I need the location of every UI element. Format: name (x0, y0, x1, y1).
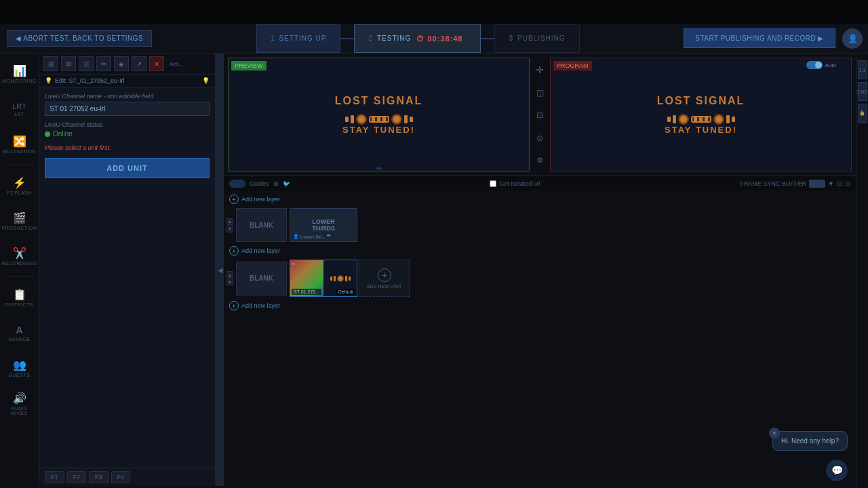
sidebar-item-audio-mixes[interactable]: 🔊 AUDIO MIXES (3, 386, 37, 420)
preview-signal-graphic (345, 114, 413, 125)
right-btn-3[interactable]: 🔒 (858, 104, 867, 123)
layer-1-arrow-up[interactable]: ▲ (226, 218, 233, 225)
thumbnail-default: Default (336, 289, 355, 295)
right-btn-2[interactable]: 2:ND (858, 82, 867, 101)
program-label: PROGRAM (553, 61, 592, 70)
add-layer-3-row: + Add new layer (226, 300, 853, 312)
bottom-monitors-bar: Guides ⊞ 🐦 Get isolated url FRAME SYNC B… (224, 176, 856, 190)
th-bar-1 (330, 277, 332, 281)
expand-icon[interactable]: ✛ (536, 64, 544, 75)
panel-tool-list[interactable]: ☰ (79, 56, 94, 71)
panel-tool-grid[interactable]: ⊞ (43, 56, 58, 71)
panel-tool-label: Acti... (170, 61, 183, 67)
sidebar-item-production[interactable]: 🎬 PRODUCTION (3, 204, 37, 238)
panel-collapse-button[interactable]: ◀ (216, 54, 224, 486)
signal-circle-1 (356, 114, 367, 125)
layer-1-lower-thirds-clip[interactable]: LOWER THIRDS 👤 Lower thi... ✏ (290, 208, 357, 242)
mask-icon[interactable]: ◫ (536, 88, 544, 98)
p-signal-circle-1 (678, 114, 689, 125)
frame-sync-icon-1: ⊟ (837, 180, 842, 187)
sidebar-item-mutation[interactable]: 🔀 MULTIIATION (3, 127, 37, 161)
panel-tool-filter[interactable]: ◈ (114, 56, 129, 71)
sidebar-item-districts[interactable]: 📋 DISTRICTS (3, 281, 37, 314)
panel-tool-pen[interactable]: ✏ (96, 56, 111, 71)
districts-label: DISTRICTS (5, 302, 33, 307)
slot-3 (382, 117, 386, 121)
isolated-url-label: Get isolated url (499, 180, 540, 187)
panel-tool-share[interactable]: ↗ (132, 56, 146, 71)
add-layer-2-button[interactable]: + Add new layer (226, 245, 283, 257)
isolated-url-checkbox[interactable] (490, 180, 496, 187)
add-layer-top-button[interactable]: + Add new layer (226, 193, 283, 205)
tab-f3[interactable]: F3 (89, 471, 108, 483)
panel-tool-gear[interactable]: ⚙ (61, 56, 76, 71)
p-slot-3 (705, 117, 708, 121)
panel-tool-delete[interactable]: ✕ (149, 56, 164, 71)
program-stay-tuned: STAY TUNED! (665, 125, 737, 135)
sidebar-item-flash[interactable]: ⚡ F2 FLASH (3, 169, 37, 203)
layer-1-blank-clip[interactable]: BLANK (236, 208, 287, 242)
add-layer-top-plus-icon: + (229, 195, 239, 204)
add-layer-3-button[interactable]: + Add new layer (226, 300, 283, 312)
frame-sync-toggle[interactable] (809, 180, 825, 188)
lrt-label: LRT (14, 112, 24, 117)
sidebar-item-recordings[interactable]: ✂️ RECORDINGS (3, 239, 37, 273)
sidebar-item-sannge[interactable]: A SANNGE (3, 316, 37, 350)
record-icon[interactable]: ⊙ (536, 134, 543, 143)
preview-stay-tuned: STAY TUNED! (342, 125, 415, 135)
channel-name-label: LiveU Channel name - non editable field (45, 93, 210, 100)
abort-button[interactable]: ◀ ABORT TEST, BACK TO SETTINGS (7, 30, 152, 47)
layer-2-blank-clip[interactable]: BLANK (236, 262, 287, 296)
recordings-label: RECORDINGS (1, 261, 37, 266)
add-unit-button[interactable]: ADD UNIT (45, 158, 210, 178)
layer-2-thumbnail-clip[interactable]: ST 01 272... Default ✏ (290, 260, 357, 297)
tab-f4[interactable]: F4 (111, 471, 131, 483)
thumbnail-edit-icon[interactable]: ✏ (292, 262, 296, 267)
sidebar-item-lrt[interactable]: LRT LRT (3, 92, 37, 126)
add-new-unit-clip[interactable]: + ADD NEW UNIT (359, 260, 410, 297)
lrt-icon: LRT (12, 102, 26, 110)
top-black-bar (0, 0, 868, 24)
right-btn-1[interactable]: 1:1 (858, 60, 867, 79)
layer-1-arrow-down[interactable]: ▼ (226, 226, 233, 232)
main-layout: 📊 MONITORING LRT LRT 🔀 MULTIIATION ⚡ F2 … (0, 54, 868, 486)
clip-person-icon: 👤 (293, 234, 299, 239)
tab-f1[interactable]: F1 (45, 471, 64, 483)
layer-2-arrow-down[interactable]: ▼ (226, 279, 233, 285)
panel-toolbar: ⊞ ⚙ ☰ ✏ ◈ ↗ ✕ Acti... (39, 54, 215, 75)
add-new-unit-plus-icon: + (378, 268, 391, 282)
step-2: 2 TESTING ⏱ 00:38:48 (354, 24, 481, 53)
main-content: PREVIEW LOST SIGNAL (224, 54, 856, 486)
add-layer-3-label: Add new layer (241, 302, 280, 309)
guides-row: Guides ⊞ 🐦 (229, 180, 290, 188)
clip-edit-icon[interactable]: ✏ (327, 233, 334, 240)
timer: ⏱ 00:38:48 (416, 35, 462, 43)
copy-icon[interactable]: ⊡ (536, 110, 543, 120)
auto-toggle-switch[interactable] (806, 61, 823, 69)
districts-icon: 📋 (13, 288, 26, 301)
program-screen: LOST SIGNAL STAY TU (551, 58, 851, 171)
step-navigation: 1 SETTING UP 2 TESTING ⏱ 00:38:48 3 PUBL… (152, 24, 684, 53)
publish-button[interactable]: START PUBLISHING AND RECORD ▶ (684, 28, 835, 48)
settings-small-icon[interactable]: ⚙ (536, 156, 543, 165)
sidebar-item-guests[interactable]: 👥 GUESTS (3, 351, 37, 385)
p-signal-bar-2 (673, 115, 676, 123)
sidebar-item-monitoring[interactable]: 📊 MONITORING (3, 57, 37, 91)
chat-close-button[interactable]: × (769, 428, 780, 439)
guides-toggle[interactable] (229, 180, 245, 188)
layer-1-row: ▲ ▼ BLANK LOWER THIRDS 👤 Lower thi... ✏ (226, 208, 853, 242)
chat-icon-button[interactable]: 💬 (826, 460, 848, 481)
frame-sync-label: FRAME SYNC BUFFER (741, 180, 807, 187)
production-icon: 🎬 (13, 211, 26, 224)
tab-f2[interactable]: F2 (67, 471, 87, 483)
channel-name-input[interactable] (45, 102, 210, 116)
monitoring-label: MONITORING (2, 79, 36, 83)
layer-2-arrows: ▲ ▼ (226, 271, 233, 285)
preview-screen: LOST SIGNAL STAY TU (229, 58, 529, 171)
slot-2 (377, 117, 380, 121)
p-signal-bar-3 (726, 115, 730, 123)
step-3: 3 PUBLISHING (494, 24, 579, 53)
layer-2-arrow-up[interactable]: ▲ (226, 271, 233, 278)
sannge-icon: A (16, 325, 22, 336)
audio-mixes-label: AUDIO MIXES (3, 406, 37, 415)
